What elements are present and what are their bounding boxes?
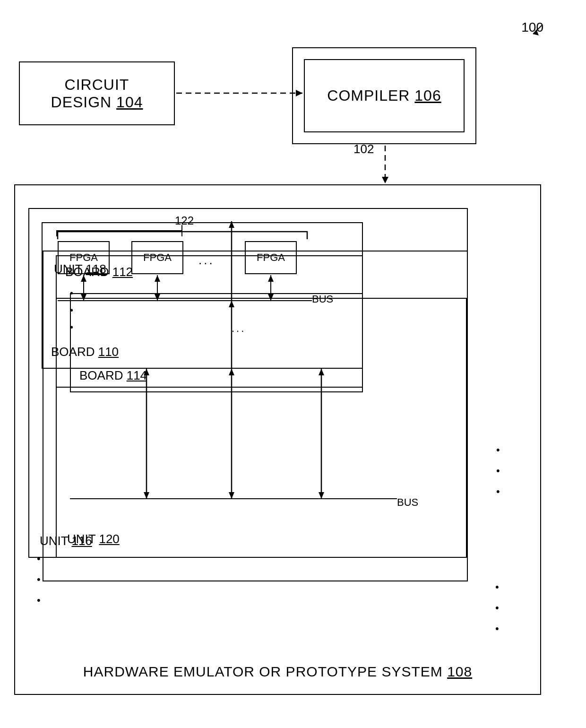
board-114-ellipsis: ... <box>232 322 246 335</box>
hw-right-dots: ••• <box>496 440 500 502</box>
compiler-label: COMPILER 106 <box>327 87 441 104</box>
svg-marker-4 <box>382 177 388 183</box>
board-114-box: BOARD 114 ... <box>70 293 363 392</box>
bus-label-board: BUS <box>312 293 333 305</box>
ref-122-label: 122 <box>175 214 194 227</box>
board-114-label: BOARD 114 <box>79 368 147 383</box>
fpga-1-box: FPGA <box>58 241 110 274</box>
circuit-design-box: CIRCUIT DESIGN 104 <box>19 61 175 125</box>
fpga-3-box: FPGA <box>245 241 297 274</box>
circuit-design-label: CIRCUIT DESIGN 104 <box>20 76 174 111</box>
ref-100-label: 100 <box>521 20 543 35</box>
fpga-ellipsis: ... <box>198 253 215 268</box>
compiler-inner-box: COMPILER 106 <box>304 59 465 132</box>
bus-label-unit: BUS <box>397 496 418 509</box>
unit-dots-vertical: ••• <box>37 548 41 611</box>
unit-120-label: UNIT 120 <box>67 532 120 546</box>
unit-right-dots: ••• <box>495 577 499 639</box>
fpga-2-box: FPGA <box>131 241 183 274</box>
hw-emulator-label: HARDWARE EMULATOR OR PROTOTYPE SYSTEM 10… <box>83 664 472 680</box>
diagram-container: 100 CIRCUIT DESIGN 104 COMPILER 106 102 … <box>0 0 586 728</box>
ref-102-label: 102 <box>353 142 374 156</box>
